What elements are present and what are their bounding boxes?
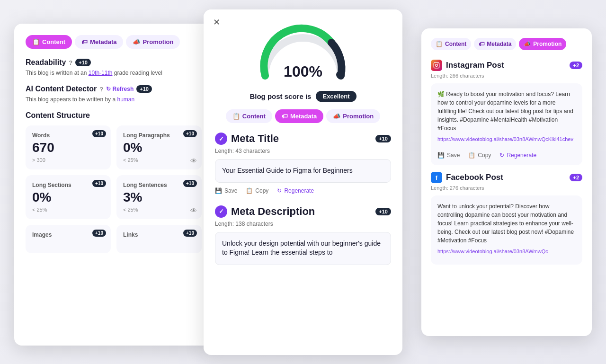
meta-title-save-button[interactable]: 💾 Save bbox=[215, 187, 237, 194]
right-promotion-icon: 📣 bbox=[524, 41, 531, 47]
bottom-cards-grid: Images +10 Links +10 bbox=[26, 225, 202, 253]
long-para-value: 0% bbox=[123, 141, 195, 155]
center-panel: ✕ 100% Blog post score is Excellent bbox=[204, 9, 402, 355]
readability-help-icon: ? bbox=[69, 59, 72, 66]
long-sections-card: Long Sections +10 0% < 25% bbox=[26, 175, 111, 219]
instagram-post-section: Instagram Post +2 Length: 266 characters… bbox=[431, 60, 582, 165]
right-metadata-icon: 🏷 bbox=[479, 41, 484, 47]
content-structure-title: Content Structure bbox=[26, 111, 90, 120]
long-sec-value: 0% bbox=[32, 190, 104, 205]
meta-title-copy-button[interactable]: 📋 Copy bbox=[246, 187, 268, 194]
tab-content-center[interactable]: 📋 Content bbox=[226, 109, 272, 123]
content-structure-section: Content Structure Words +10 670 > 300 Lo… bbox=[26, 111, 202, 253]
instagram-link: https://www.videotoblog.ai/share/03n8AWm… bbox=[437, 136, 576, 142]
links-card: Links +10 bbox=[116, 225, 202, 253]
images-card: Images +10 bbox=[26, 225, 111, 253]
center-metadata-icon: 🏷 bbox=[282, 113, 288, 120]
images-badge: +10 bbox=[92, 230, 106, 237]
metadata-icon: 🏷 bbox=[81, 38, 88, 45]
instagram-actions: 💾 Save 📋 Copy ↻ Regenerate bbox=[437, 152, 576, 159]
facebook-title: Facebook Post bbox=[446, 173, 503, 182]
readability-desc: This blog is written at an 10th-11th gra… bbox=[26, 70, 202, 76]
ai-detector-title: AI Content Detector bbox=[26, 85, 97, 93]
tab-content-left[interactable]: 📋 Content bbox=[26, 35, 72, 49]
words-sub: > 300 bbox=[32, 157, 104, 163]
meta-title-regenerate-button[interactable]: ↻ Regenerate bbox=[277, 187, 314, 194]
meta-desc-length: Length: 138 characters bbox=[215, 221, 391, 227]
readability-section: Readability ? +10 This blog is written a… bbox=[26, 58, 202, 76]
meta-desc-badge: +10 bbox=[375, 208, 391, 215]
content-icon: 📋 bbox=[32, 38, 40, 45]
ai-badge: +10 bbox=[136, 85, 152, 93]
tab-metadata-center[interactable]: 🏷 Metadata bbox=[275, 109, 323, 123]
long-para-eye-icon[interactable]: 👁 bbox=[190, 157, 197, 165]
words-value: 670 bbox=[32, 141, 104, 155]
long-paragraphs-card: Long Paragraphs +10 0% < 25% 👁 bbox=[116, 125, 202, 169]
facebook-length: Length: 276 characters bbox=[431, 185, 582, 191]
refresh-button[interactable]: ↻ Refresh bbox=[106, 86, 134, 92]
facebook-badge: +2 bbox=[570, 174, 582, 181]
ig-regenerate-icon: ↻ bbox=[499, 152, 504, 159]
instagram-copy-button[interactable]: 📋 Copy bbox=[468, 152, 491, 159]
meta-title-length: Length: 43 characters bbox=[215, 148, 391, 154]
center-content-icon: 📋 bbox=[232, 113, 240, 120]
long-sent-eye-icon[interactable]: 👁 bbox=[190, 207, 197, 214]
close-button[interactable]: ✕ bbox=[213, 17, 220, 27]
gauge-visual: 100% bbox=[256, 24, 350, 80]
instagram-save-button[interactable]: 💾 Save bbox=[437, 152, 460, 159]
instagram-length: Length: 266 characters bbox=[431, 73, 582, 79]
tab-promotion-right[interactable]: 📣 Promotion bbox=[519, 38, 566, 50]
tab-metadata-left[interactable]: 🏷 Metadata bbox=[75, 35, 123, 49]
save-icon: 💾 bbox=[215, 187, 222, 194]
words-card: Words +10 670 > 300 bbox=[26, 125, 111, 169]
readability-title: Readability bbox=[26, 58, 66, 67]
meta-desc-check-icon: ✓ bbox=[215, 205, 227, 218]
meta-title-heading: Meta Title bbox=[231, 133, 279, 145]
words-badge: +10 bbox=[92, 130, 106, 137]
tab-content-right[interactable]: 📋 Content bbox=[431, 38, 471, 50]
left-tabs: 📋 Content 🏷 Metadata 📣 Promotion bbox=[26, 35, 202, 49]
stat-cards-grid: Words +10 670 > 300 Long Paragraphs +10 … bbox=[26, 125, 202, 219]
score-percent: 100% bbox=[284, 63, 322, 80]
tab-metadata-right[interactable]: 🏷 Metadata bbox=[474, 38, 516, 50]
long-sent-badge: +10 bbox=[183, 180, 197, 187]
svg-point-3 bbox=[437, 63, 438, 64]
facebook-post-section: f Facebook Post +2 Length: 276 character… bbox=[431, 172, 582, 265]
svg-rect-1 bbox=[434, 62, 439, 68]
instagram-post-card: 🌿 Ready to boost your motivation and foc… bbox=[431, 83, 582, 165]
meta-title-badge: +10 bbox=[375, 135, 391, 142]
ai-detector-section: AI Content Detector ? ↻ Refresh +10 This… bbox=[26, 85, 202, 103]
right-tabs: 📋 Content 🏷 Metadata 📣 Promotion bbox=[431, 38, 582, 50]
left-panel: 📋 Content 🏷 Metadata 📣 Promotion Readabi… bbox=[14, 24, 213, 346]
meta-desc-input[interactable]: Unlock your design potential with our be… bbox=[215, 232, 391, 265]
meta-title-actions: 💾 Save 📋 Copy ↻ Regenerate bbox=[215, 187, 391, 194]
tab-promotion-left[interactable]: 📣 Promotion bbox=[126, 35, 180, 49]
instagram-badge: +2 bbox=[570, 62, 582, 69]
gauge-section: 100% Blog post score is Excellent 📋 Cont… bbox=[204, 9, 402, 133]
instagram-text: 🌿 Ready to boost your motivation and foc… bbox=[437, 90, 576, 133]
meta-desc-heading: Meta Description bbox=[231, 205, 315, 218]
long-sent-value: 3% bbox=[123, 190, 195, 205]
ig-copy-icon: 📋 bbox=[468, 152, 475, 159]
right-panel: 📋 Content 🏷 Metadata 📣 Promotion Instagr… bbox=[421, 28, 592, 336]
ai-help-icon: ? bbox=[99, 86, 103, 93]
blog-score-row: Blog post score is Excellent bbox=[250, 91, 356, 102]
instagram-regenerate-button[interactable]: ↻ Regenerate bbox=[499, 152, 536, 159]
long-para-sub: < 25% bbox=[123, 157, 195, 163]
instagram-title: Instagram Post bbox=[446, 61, 504, 70]
long-sent-sub: < 25% bbox=[123, 207, 195, 213]
meta-title-input[interactable]: Your Essential Guide to Figma for Beginn… bbox=[215, 159, 391, 183]
long-para-badge: +10 bbox=[183, 130, 197, 137]
regenerate-icon: ↻ bbox=[277, 187, 282, 194]
center-promotion-icon: 📣 bbox=[333, 113, 340, 120]
meta-desc-section: ✓ Meta Description +10 Length: 138 chara… bbox=[215, 205, 391, 265]
long-sec-sub: < 25% bbox=[32, 207, 104, 213]
ig-save-icon: 💾 bbox=[437, 152, 445, 159]
meta-title-section: ✓ Meta Title +10 Length: 43 characters Y… bbox=[215, 133, 391, 194]
facebook-icon: f bbox=[431, 172, 442, 183]
tab-promotion-center[interactable]: 📣 Promotion bbox=[326, 109, 380, 123]
promotion-icon: 📣 bbox=[133, 38, 140, 45]
readability-badge: +10 bbox=[75, 59, 91, 66]
instagram-icon bbox=[431, 60, 442, 71]
right-content-icon: 📋 bbox=[436, 41, 443, 47]
